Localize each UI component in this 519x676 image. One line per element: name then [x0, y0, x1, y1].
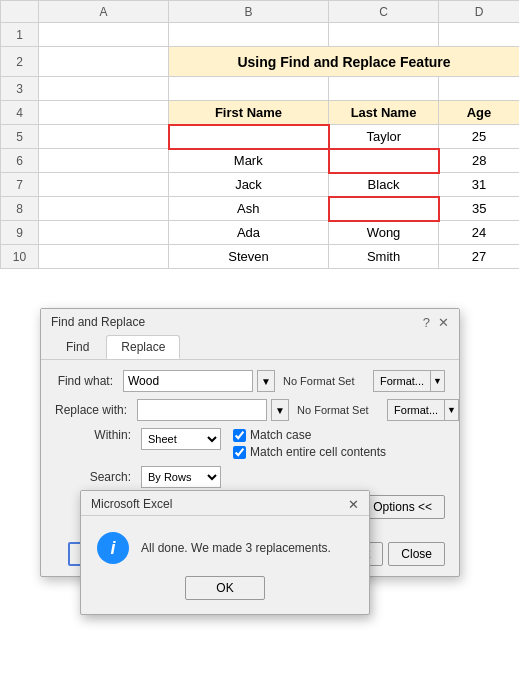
cell-c3[interactable] — [329, 77, 439, 101]
find-what-input[interactable] — [123, 370, 253, 392]
close-dialog-button[interactable]: Close — [388, 542, 445, 566]
cell-b1[interactable] — [169, 23, 329, 47]
cell-b10[interactable]: Steven — [169, 245, 329, 269]
row-num-9: 9 — [1, 221, 39, 245]
search-row: Search: By Rows — [55, 466, 445, 488]
replace-format-label: No Format Set — [293, 404, 383, 416]
title-cell[interactable]: Using Find and Replace Feature — [169, 47, 520, 77]
cell-d10[interactable]: 27 — [439, 245, 520, 269]
cell-a7[interactable] — [39, 173, 169, 197]
dialog-title-text: Find and Replace — [51, 315, 145, 329]
replace-dropdown-btn[interactable]: ▼ — [271, 399, 289, 421]
col-header-d[interactable]: D — [439, 1, 520, 23]
msgbox-title-bar: Microsoft Excel ✕ — [81, 491, 369, 516]
msgbox-ok-button[interactable]: OK — [185, 576, 265, 600]
cell-c8[interactable] — [329, 197, 439, 221]
options-btn[interactable]: Options << — [360, 495, 445, 519]
msgbox-info-icon: i — [97, 532, 129, 564]
find-format-btn[interactable]: Format... ▼ — [373, 370, 445, 392]
cell-b8[interactable]: Ash — [169, 197, 329, 221]
match-case-row[interactable]: Match case — [233, 428, 386, 442]
msgbox-message: All done. We made 3 replacements. — [141, 541, 331, 555]
cell-c7[interactable]: Black — [329, 173, 439, 197]
cell-a5[interactable] — [39, 125, 169, 149]
row-num-5: 5 — [1, 125, 39, 149]
cell-b6[interactable]: Mark — [169, 149, 329, 173]
cell-d1[interactable] — [439, 23, 520, 47]
cell-c10[interactable]: Smith — [329, 245, 439, 269]
dialog-help-button[interactable]: ? — [423, 316, 430, 329]
tab-replace[interactable]: Replace — [106, 335, 180, 359]
row-num-6: 6 — [1, 149, 39, 173]
cell-c4-header[interactable]: Last Name — [329, 101, 439, 125]
match-case-label: Match case — [250, 428, 311, 442]
replace-with-label: Replace with: — [55, 403, 133, 417]
cell-a8[interactable] — [39, 197, 169, 221]
within-select[interactable]: Sheet — [141, 428, 221, 450]
find-format-btn-arrow[interactable]: ▼ — [430, 371, 444, 391]
cell-b5[interactable] — [169, 125, 329, 149]
find-dropdown-btn[interactable]: ▼ — [257, 370, 275, 392]
cell-c1[interactable] — [329, 23, 439, 47]
row-num-4: 4 — [1, 101, 39, 125]
replace-with-input[interactable] — [137, 399, 267, 421]
dialog-tabs: Find Replace — [41, 335, 459, 360]
cell-d7[interactable]: 31 — [439, 173, 520, 197]
search-select[interactable]: By Rows — [141, 466, 221, 488]
dialog-title-icons: ? ✕ — [423, 316, 449, 329]
replace-format-btn[interactable]: Format... ▼ — [387, 399, 459, 421]
cell-d4-header[interactable]: Age — [439, 101, 520, 125]
match-entire-checkbox[interactable] — [233, 446, 246, 459]
col-header-b[interactable]: B — [169, 1, 329, 23]
find-what-row: Find what: ▼ No Format Set Format... ▼ — [55, 370, 445, 392]
cell-a6[interactable] — [39, 149, 169, 173]
replace-with-row: Replace with: ▼ No Format Set Format... … — [55, 399, 445, 421]
corner-cell — [1, 1, 39, 23]
find-input-group: ▼ — [123, 370, 275, 392]
cell-a9[interactable] — [39, 221, 169, 245]
msgbox-dialog: Microsoft Excel ✕ i All done. We made 3 … — [80, 490, 370, 615]
cell-d8[interactable]: 35 — [439, 197, 520, 221]
cell-a1[interactable] — [39, 23, 169, 47]
cell-c5[interactable]: Taylor — [329, 125, 439, 149]
row-num-3: 3 — [1, 77, 39, 101]
match-entire-label: Match entire cell contents — [250, 445, 386, 459]
cell-c9[interactable]: Wong — [329, 221, 439, 245]
cell-b3[interactable] — [169, 77, 329, 101]
cell-d6[interactable]: 28 — [439, 149, 520, 173]
replace-input-group: ▼ — [137, 399, 289, 421]
match-entire-row[interactable]: Match entire cell contents — [233, 445, 386, 459]
cell-a4[interactable] — [39, 101, 169, 125]
col-header-c[interactable]: C — [329, 1, 439, 23]
tab-find[interactable]: Find — [51, 335, 104, 359]
cell-c6[interactable] — [329, 149, 439, 173]
find-format-btn-main[interactable]: Format... — [374, 371, 430, 391]
cell-d3[interactable] — [439, 77, 520, 101]
cell-a3[interactable] — [39, 77, 169, 101]
row-num-1: 1 — [1, 23, 39, 47]
cell-d9[interactable]: 24 — [439, 221, 520, 245]
dialog-close-button[interactable]: ✕ — [438, 316, 449, 329]
replace-format-btn-arrow[interactable]: ▼ — [444, 400, 458, 420]
find-format-label: No Format Set — [279, 375, 369, 387]
cell-b7[interactable]: Jack — [169, 173, 329, 197]
row-num-2: 2 — [1, 47, 39, 77]
replace-format-btn-main[interactable]: Format... — [388, 400, 444, 420]
msgbox-footer: OK — [81, 576, 369, 614]
col-header-a[interactable]: A — [39, 1, 169, 23]
spreadsheet: A B C D 1 2 Using Find and Replace Featu… — [0, 0, 519, 269]
checkboxes-group: Match case Match entire cell contents — [233, 428, 386, 459]
match-case-checkbox[interactable] — [233, 429, 246, 442]
find-what-label: Find what: — [55, 374, 119, 388]
cell-b9[interactable]: Ada — [169, 221, 329, 245]
cell-d5[interactable]: 25 — [439, 125, 520, 149]
row-num-7: 7 — [1, 173, 39, 197]
cell-b4-header[interactable]: First Name — [169, 101, 329, 125]
msgbox-title-text: Microsoft Excel — [91, 497, 172, 511]
msgbox-close-button[interactable]: ✕ — [348, 498, 359, 511]
msgbox-body: i All done. We made 3 replacements. — [81, 516, 369, 576]
cell-a2[interactable] — [39, 47, 169, 77]
row-num-8: 8 — [1, 197, 39, 221]
row-num-10: 10 — [1, 245, 39, 269]
cell-a10[interactable] — [39, 245, 169, 269]
